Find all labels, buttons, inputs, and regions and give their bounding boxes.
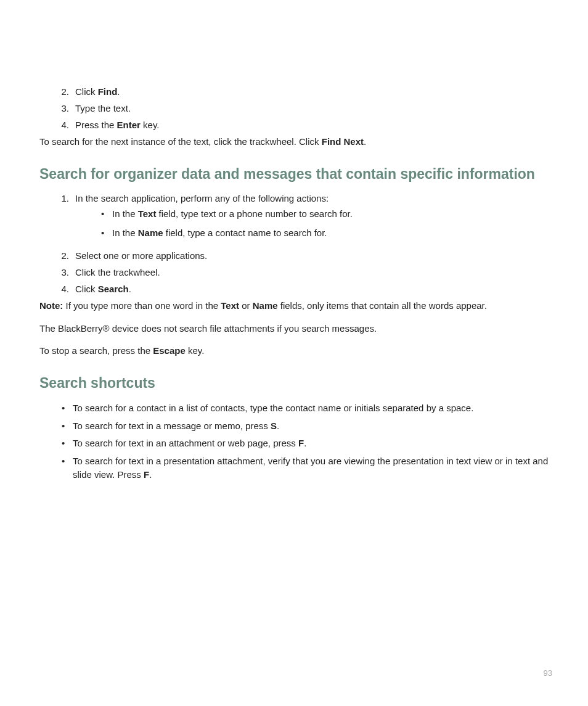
list-item: In the Text field, type text or a phone … (101, 207, 551, 220)
sub-actions-list: In the Text field, type text or a phone … (101, 207, 551, 239)
device-note-paragraph: The BlackBerry® device does not search f… (39, 322, 551, 336)
section-heading-organizer: Search for organizer data and messages t… (39, 165, 551, 184)
step-number: 4. (55, 118, 69, 131)
list-item: To search for text in a message or memo,… (62, 419, 551, 433)
list-item: To search for text in a presentation att… (62, 454, 551, 482)
step-number: 2. (55, 85, 69, 98)
step-text: Type the text. (75, 102, 551, 115)
page-number: 93 (544, 668, 552, 678)
list-item: 3. Click the trackwheel. (55, 266, 551, 279)
list-item: 4. Click Search. (55, 282, 551, 295)
step-number: 3. (55, 266, 69, 279)
step-text: Click Search. (75, 282, 551, 295)
section-heading-shortcuts: Search shortcuts (39, 374, 551, 393)
step-text: Press the Enter key. (75, 118, 551, 131)
list-item: 2. Select one or more applications. (55, 249, 551, 262)
list-item: To search for a contact in a list of con… (62, 401, 551, 415)
step-text: Click the trackwheel. (75, 266, 551, 279)
list-item: 1. In the search application, perform an… (55, 192, 551, 245)
shortcuts-list: To search for a contact in a list of con… (62, 401, 551, 482)
list-item: 4. Press the Enter key. (55, 118, 551, 131)
step-text: Click Find. (75, 85, 551, 98)
step-text: Select one or more applications. (75, 249, 551, 262)
list-item: In the Name field, type a contact name t… (101, 226, 551, 239)
step-number: 4. (55, 282, 69, 295)
step-number: 3. (55, 102, 69, 115)
stop-search-paragraph: To stop a search, press the Escape key. (39, 344, 551, 358)
step-text: In the search application, perform any o… (75, 192, 551, 245)
list-item: 3. Type the text. (55, 102, 551, 115)
step-number: 2. (55, 249, 69, 262)
list-item: To search for text in an attachment or w… (62, 437, 551, 450)
intro-followup-paragraph: To search for the next instance of the t… (39, 135, 551, 149)
note-paragraph: Note: If you type more than one word in … (39, 299, 551, 313)
step-number: 1. (55, 192, 69, 245)
organizer-steps-list: 1. In the search application, perform an… (55, 192, 551, 295)
list-item: 2. Click Find. (55, 85, 551, 98)
document-page: 2. Click Find. 3. Type the text. 4. Pres… (0, 0, 588, 482)
intro-steps-list: 2. Click Find. 3. Type the text. 4. Pres… (55, 85, 551, 131)
